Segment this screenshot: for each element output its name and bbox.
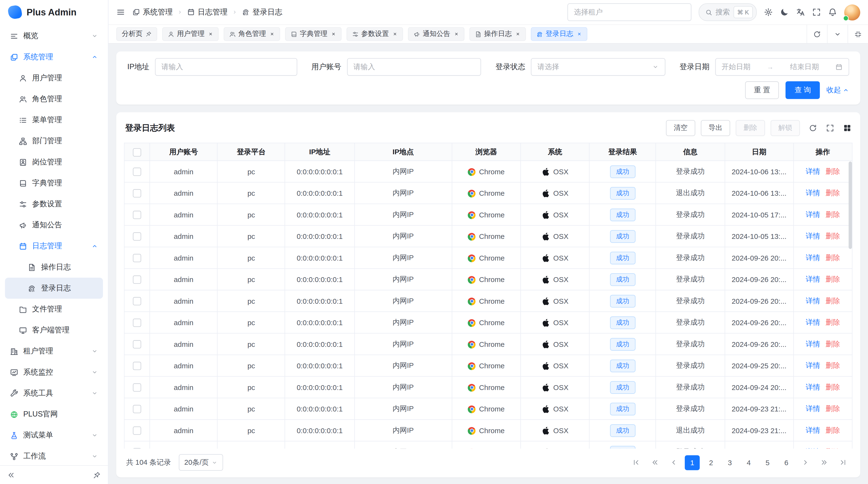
row-checkbox[interactable] bbox=[133, 448, 141, 449]
delete-link[interactable]: 删除 bbox=[826, 232, 840, 240]
detail-link[interactable]: 详情 bbox=[806, 275, 820, 283]
prev-page-button[interactable] bbox=[666, 455, 681, 470]
column-settings-icon[interactable] bbox=[843, 124, 851, 132]
login-status-select[interactable]: 请选择 bbox=[531, 58, 665, 76]
content-fullscreen-icon[interactable] bbox=[847, 25, 868, 43]
select-all-checkbox[interactable] bbox=[133, 148, 141, 156]
tenant-select[interactable]: 选择租户 bbox=[567, 3, 691, 21]
delete-link[interactable]: 删除 bbox=[826, 296, 840, 305]
delete-link[interactable]: 删除 bbox=[826, 275, 840, 283]
detail-link[interactable]: 详情 bbox=[806, 189, 820, 197]
row-checkbox[interactable] bbox=[133, 167, 141, 176]
sidebar-item-plus-site[interactable]: PLUS官网 bbox=[5, 404, 103, 425]
delete-link[interactable]: 删除 bbox=[826, 167, 840, 175]
tab-notice[interactable]: 通知公告 bbox=[408, 27, 464, 41]
row-checkbox[interactable] bbox=[133, 232, 141, 240]
row-checkbox[interactable] bbox=[133, 297, 141, 305]
table-scrollbar-thumb[interactable] bbox=[849, 161, 852, 249]
detail-link[interactable]: 详情 bbox=[806, 426, 820, 434]
detail-link[interactable]: 详情 bbox=[806, 448, 820, 449]
tab-user[interactable]: 用户管理 bbox=[162, 27, 218, 41]
row-checkbox[interactable] bbox=[133, 319, 141, 327]
detail-link[interactable]: 详情 bbox=[806, 232, 820, 240]
sidebar-item-test[interactable]: 测试菜单 bbox=[5, 425, 103, 446]
sidebar-item-notice[interactable]: 通知公告 bbox=[5, 215, 103, 235]
account-input[interactable]: 请输入 bbox=[347, 58, 481, 76]
sidebar-toggle-icon[interactable] bbox=[116, 8, 125, 17]
tab-analysis[interactable]: 分析页 bbox=[116, 27, 157, 41]
first-page-button[interactable] bbox=[628, 455, 643, 470]
collapse-sidebar-icon[interactable] bbox=[7, 471, 15, 479]
delete-link[interactable]: 删除 bbox=[826, 426, 840, 434]
page-number-6[interactable]: 6 bbox=[779, 455, 794, 470]
table-fullscreen-icon[interactable] bbox=[826, 124, 834, 132]
tab-role[interactable]: 角色管理 bbox=[223, 27, 280, 41]
row-checkbox[interactable] bbox=[133, 340, 141, 348]
delete-link[interactable]: 删除 bbox=[826, 405, 840, 413]
query-button[interactable]: 查 询 bbox=[786, 81, 820, 99]
app-logo[interactable]: Plus Admin bbox=[0, 0, 108, 24]
row-checkbox[interactable] bbox=[133, 276, 141, 284]
close-tab-icon[interactable] bbox=[331, 32, 336, 37]
ip-input[interactable]: 请输入 bbox=[155, 58, 297, 76]
row-checkbox[interactable] bbox=[133, 405, 141, 413]
collapse-filter-link[interactable]: 收起 bbox=[827, 85, 849, 95]
login-date-range[interactable]: 开始日期 → 结束日期 bbox=[715, 58, 849, 76]
breadcrumb-item[interactable]: 日志管理 bbox=[187, 7, 227, 17]
delete-link[interactable]: 删除 bbox=[826, 340, 840, 348]
tab-param[interactable]: 参数设置 bbox=[346, 27, 403, 41]
page-number-2[interactable]: 2 bbox=[704, 455, 718, 470]
breadcrumb-item[interactable]: 登录日志 bbox=[242, 7, 282, 17]
sidebar-item-role[interactable]: 角色管理 bbox=[5, 89, 103, 109]
delete-link[interactable]: 删除 bbox=[826, 253, 840, 261]
sidebar-item-tenant[interactable]: 租户管理 bbox=[5, 341, 103, 362]
delete-link[interactable]: 删除 bbox=[826, 189, 840, 197]
sidebar-item-user[interactable]: 用户管理 bbox=[5, 67, 103, 89]
row-checkbox[interactable] bbox=[133, 189, 141, 197]
reset-button[interactable]: 重 置 bbox=[745, 81, 779, 99]
page-number-4[interactable]: 4 bbox=[741, 455, 756, 470]
settings-icon[interactable] bbox=[764, 8, 773, 17]
notifications-icon[interactable] bbox=[828, 8, 837, 17]
close-tab-icon[interactable] bbox=[515, 32, 520, 37]
delete-link[interactable]: 删除 bbox=[826, 210, 840, 218]
refresh-page-icon[interactable] bbox=[807, 25, 827, 43]
breadcrumb-item[interactable]: 系统管理 bbox=[132, 7, 173, 17]
page-number-3[interactable]: 3 bbox=[722, 455, 737, 470]
detail-link[interactable]: 详情 bbox=[806, 405, 820, 413]
sidebar-item-dict[interactable]: 字典管理 bbox=[5, 172, 103, 194]
row-checkbox[interactable] bbox=[133, 211, 141, 219]
row-checkbox[interactable] bbox=[133, 426, 141, 434]
detail-link[interactable]: 详情 bbox=[806, 296, 820, 305]
search-box[interactable]: 搜索 ⌘ K bbox=[699, 3, 757, 21]
fullscreen-icon[interactable] bbox=[812, 8, 821, 17]
dark-mode-icon[interactable] bbox=[780, 8, 789, 17]
delete-link[interactable]: 删除 bbox=[826, 383, 840, 391]
sidebar-item-tools[interactable]: 系统工具 bbox=[5, 383, 103, 404]
close-tab-icon[interactable] bbox=[454, 32, 459, 37]
close-tab-icon[interactable] bbox=[208, 32, 213, 37]
tab-dict[interactable]: 字典管理 bbox=[285, 27, 341, 41]
close-tab-icon[interactable] bbox=[577, 32, 582, 37]
sidebar-item-operlog[interactable]: 操作日志 bbox=[5, 257, 103, 278]
sidebar-item-monitor[interactable]: 系统监控 bbox=[5, 362, 103, 383]
delete-link[interactable]: 删除 bbox=[826, 318, 840, 326]
sidebar-item-menu[interactable]: 菜单管理 bbox=[5, 109, 103, 130]
export-button[interactable]: 导出 bbox=[701, 120, 730, 136]
row-checkbox[interactable] bbox=[133, 383, 141, 391]
detail-link[interactable]: 详情 bbox=[806, 340, 820, 348]
sidebar-item-param[interactable]: 参数设置 bbox=[5, 194, 103, 215]
pin-sidebar-icon[interactable] bbox=[93, 471, 101, 479]
sidebar-item-dept[interactable]: 部门管理 bbox=[5, 131, 103, 152]
detail-link[interactable]: 详情 bbox=[806, 383, 820, 391]
detail-link[interactable]: 详情 bbox=[806, 253, 820, 261]
translate-icon[interactable] bbox=[796, 8, 805, 17]
row-checkbox[interactable] bbox=[133, 362, 141, 370]
sidebar-item-logininfor[interactable]: 登录日志 bbox=[5, 278, 103, 299]
detail-link[interactable]: 详情 bbox=[806, 167, 820, 175]
fast-next-button[interactable] bbox=[816, 455, 831, 470]
page-size-select[interactable]: 20条/页 bbox=[179, 454, 223, 471]
sidebar-item-system[interactable]: 系统管理 bbox=[5, 46, 103, 67]
detail-link[interactable]: 详情 bbox=[806, 361, 820, 369]
delete-link[interactable]: 删除 bbox=[826, 361, 840, 369]
